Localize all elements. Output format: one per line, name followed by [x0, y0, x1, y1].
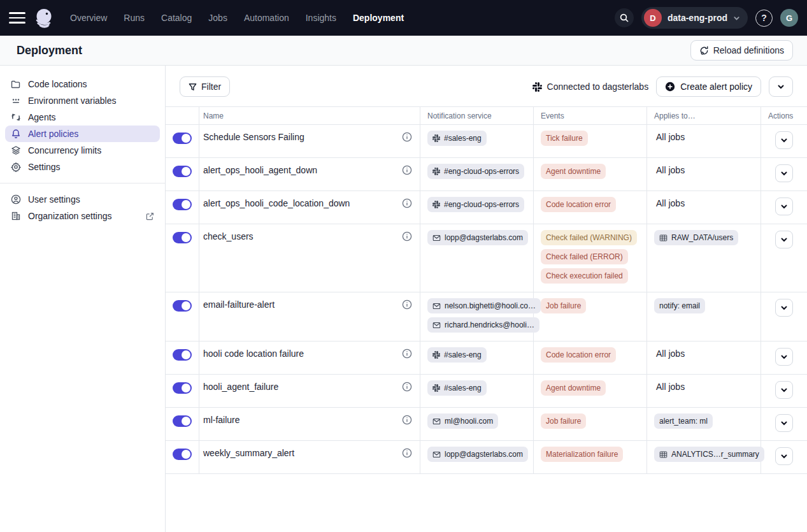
info-icon[interactable]: [402, 349, 412, 359]
notification-badge: ml@hooli.com: [427, 413, 498, 429]
column-header-applies: Applies to…: [647, 107, 761, 124]
table-row: Schedule Sensors Failing#sales-engTick f…: [166, 125, 807, 158]
email-icon: [432, 234, 441, 242]
toolbar: Filter Connected to dagsterlabs Create a…: [166, 66, 807, 97]
policy-name: alert_ops_hooli_agent_down: [203, 164, 317, 177]
layers-icon: [11, 145, 21, 155]
row-actions-button[interactable]: [775, 131, 793, 149]
create-alert-policy-button[interactable]: Create alert policy: [656, 76, 761, 97]
search-icon[interactable]: [615, 8, 634, 27]
sidebar-item-environment-variables[interactable]: Environment variables: [5, 92, 160, 109]
reload-icon: [699, 46, 709, 55]
row-actions-button[interactable]: [775, 164, 793, 182]
sidebar-item-concurrency-limits[interactable]: Concurrency limits: [5, 142, 160, 159]
row-actions-button[interactable]: [775, 381, 793, 399]
policy-enabled-toggle[interactable]: [173, 133, 192, 144]
chevron-down-icon: [733, 15, 740, 22]
slack-icon: [532, 82, 542, 92]
notification-badge: lopp@dagsterlabs.com: [427, 447, 528, 462]
dagster-logo-icon[interactable]: [32, 6, 56, 30]
info-icon[interactable]: [402, 299, 412, 310]
policy-enabled-toggle[interactable]: [173, 449, 192, 460]
policy-enabled-toggle[interactable]: [173, 415, 192, 427]
nav-item-overview[interactable]: Overview: [70, 13, 107, 23]
filter-funnel-icon: [189, 83, 197, 91]
policy-enabled-toggle[interactable]: [173, 199, 192, 210]
notification-badge: richard.hendricks@hooli…: [427, 317, 539, 333]
alert-policies-table: Name Notification service Events Applies…: [166, 106, 807, 474]
slack-icon: [432, 351, 440, 359]
page: OverviewRunsCatalogJobsAutomationInsight…: [0, 0, 807, 532]
sidebar-item-code-locations[interactable]: Code locations: [5, 76, 160, 92]
policy-enabled-toggle[interactable]: [173, 349, 192, 361]
info-icon[interactable]: [402, 382, 412, 392]
chevron-down-icon: [777, 83, 785, 90]
row-actions-button[interactable]: [775, 299, 793, 317]
sidebar-item-settings[interactable]: Settings: [5, 159, 160, 175]
table-icon: [659, 450, 668, 459]
external-link-icon: [146, 212, 154, 220]
event-badge: Check failed (WARNING): [541, 230, 637, 245]
sidebar-item-user-settings[interactable]: User settings: [5, 191, 160, 208]
row-actions-button[interactable]: [775, 198, 793, 215]
applies-to-badge: ANALYTICS…r_summary: [654, 447, 764, 462]
applies-to-text: All jobs: [654, 164, 685, 177]
info-icon[interactable]: [402, 165, 412, 175]
notification-target: ml@hooli.com: [445, 417, 493, 426]
row-actions-button[interactable]: [775, 348, 793, 366]
event-badge: Job failure: [541, 413, 586, 429]
user-circle-icon: [11, 194, 21, 205]
policy-enabled-toggle[interactable]: [173, 382, 192, 394]
nav-item-deployment[interactable]: Deployment: [353, 13, 404, 23]
nav-item-runs[interactable]: Runs: [124, 13, 145, 23]
info-icon[interactable]: [402, 132, 412, 142]
sidebar-item-label: Agents: [28, 112, 56, 122]
sidebar-item-agents[interactable]: Agents: [5, 109, 160, 126]
table-row: email-failture-alertnelson.bighetti@hool…: [166, 292, 807, 341]
info-icon[interactable]: [402, 231, 412, 241]
deployment-name: data-eng-prod: [668, 13, 727, 23]
notification-badge: #sales-eng: [427, 347, 487, 363]
applies-to-text: All jobs: [654, 131, 685, 144]
applies-to-text: All jobs: [654, 347, 685, 361]
help-icon[interactable]: ?: [755, 10, 773, 27]
event-badge: Materialization failure: [541, 447, 623, 462]
more-actions-caret-button[interactable]: [769, 76, 793, 97]
slack-icon: [432, 201, 440, 208]
row-actions-button[interactable]: [775, 414, 793, 432]
nav-item-catalog[interactable]: Catalog: [161, 13, 192, 23]
hamburger-menu-icon[interactable]: [9, 10, 25, 26]
event-badge: Agent downtime: [541, 164, 606, 179]
info-icon[interactable]: [402, 448, 412, 458]
policy-enabled-toggle[interactable]: [173, 232, 192, 243]
nav-item-jobs[interactable]: Jobs: [208, 13, 227, 23]
filter-button[interactable]: Filter: [180, 76, 230, 97]
info-icon[interactable]: [402, 198, 412, 208]
table-row: hooli_agent_failure#sales-engAgent downt…: [166, 375, 807, 408]
event-badge: Tick failure: [541, 131, 588, 146]
row-actions-button[interactable]: [775, 447, 793, 465]
nav-item-automation[interactable]: Automation: [244, 13, 289, 23]
policy-name: alert_ops_hooli_code_location_down: [203, 197, 350, 210]
row-actions-button[interactable]: [775, 231, 793, 248]
info-icon[interactable]: [402, 415, 412, 425]
reload-definitions-button[interactable]: Reload definitions: [690, 40, 793, 61]
page-header: Deployment Reload definitions: [0, 36, 807, 66]
deployment-switcher[interactable]: D data-eng-prod: [641, 7, 748, 29]
notification-target: #sales-eng: [444, 350, 482, 359]
event-badge: Code location error: [541, 347, 616, 363]
deployment-avatar: D: [644, 9, 662, 27]
applies-to-text: All jobs: [654, 380, 685, 394]
nav-item-insights[interactable]: Insights: [306, 13, 336, 23]
table-row: check_userslopp@dagsterlabs.comCheck fai…: [166, 224, 807, 292]
sidebar-item-alert-policies[interactable]: Alert policies: [5, 126, 160, 142]
policy-name: hooli code location failure: [203, 347, 304, 361]
sidebar-item-organization-settings[interactable]: Organization settings: [5, 208, 160, 224]
table-row: alert_ops_hooli_code_location_down#eng-c…: [166, 191, 807, 224]
policy-enabled-toggle[interactable]: [173, 166, 192, 177]
policy-enabled-toggle[interactable]: [173, 300, 192, 312]
table-icon: [659, 234, 668, 242]
user-avatar[interactable]: G: [780, 9, 798, 27]
event-badge: Check execution failed: [541, 268, 628, 284]
agents-sync-icon: [11, 112, 21, 122]
